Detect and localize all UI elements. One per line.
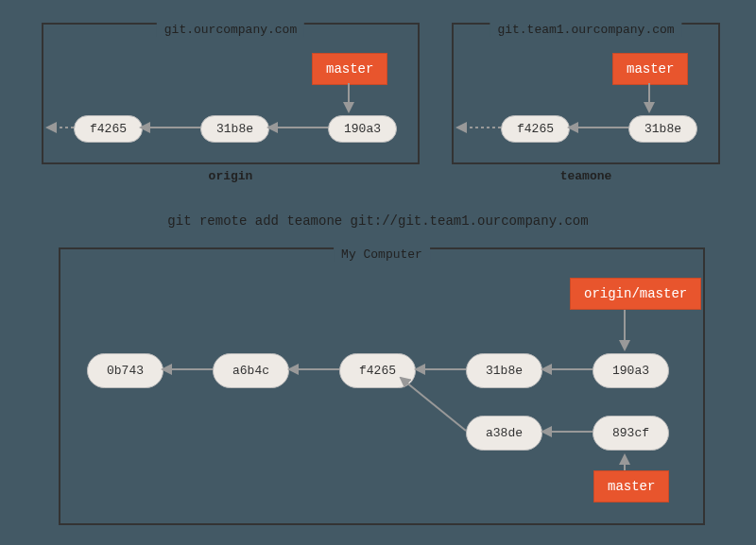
teamone-title: git.team1.ourcompany.com [490,23,681,37]
local-title: My Computer [334,247,430,262]
origin-box: git.ourcompany.com origin [42,23,420,164]
commit-node: 31b8e [628,115,697,143]
origin-title: git.ourcompany.com [157,23,304,37]
command-text: git remote add teamone git://git.team1.o… [167,213,588,229]
commit-node: 190a3 [328,115,397,143]
commit-node: 893cf [593,416,669,451]
local-master-tag: master [593,470,669,502]
origin-label: origin [209,169,253,183]
commit-node: 0b743 [87,353,163,388]
commit-node: a38de [466,416,542,451]
origin-master-tag: master [312,53,387,85]
teamone-master-tag: master [612,53,688,85]
commit-node: 31b8e [200,115,269,143]
commit-node: 190a3 [593,353,669,388]
teamone-label: teamone [560,169,612,183]
origin-master-remote-tag: origin/master [570,278,701,310]
commit-node: f4265 [501,115,570,143]
commit-node: 31b8e [466,353,542,388]
teamone-box: git.team1.ourcompany.com teamone [452,23,720,164]
commit-node: f4265 [339,353,416,388]
commit-node: f4265 [74,115,143,143]
commit-node: a6b4c [213,353,289,388]
